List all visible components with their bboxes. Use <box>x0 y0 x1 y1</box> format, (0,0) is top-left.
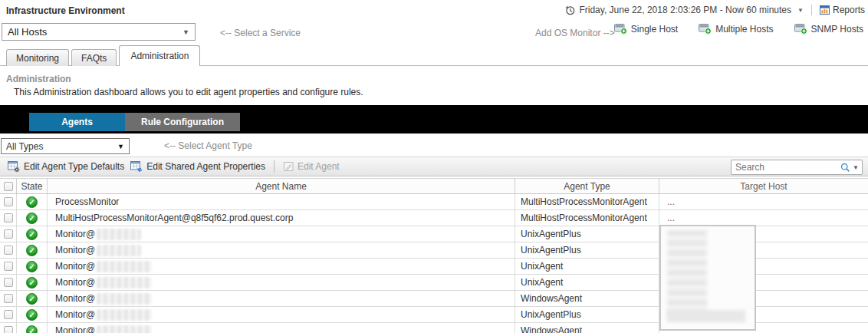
redacted-text <box>97 261 152 272</box>
agent-type: MultiHostProcessMonitorAgent <box>521 213 647 223</box>
agents-toolbar: Edit Agent Type Defaults Edit Shared Age… <box>0 157 868 176</box>
tab-faqts[interactable]: FAQts <box>71 49 117 66</box>
row-check-cell <box>0 226 17 242</box>
single-host-label: Single Host <box>631 24 678 35</box>
reports-button[interactable]: Reports <box>820 5 865 15</box>
infrastructure-environment-dashboard: Infrastructure Environment Friday, June … <box>0 0 868 333</box>
pencil-icon <box>283 161 294 172</box>
row-check-cell <box>0 291 17 306</box>
select-agent-type-hint: <-- Select Agent Type <box>164 140 252 151</box>
search-icon[interactable] <box>840 163 850 173</box>
row-name-cell: Monitor@ <box>48 242 515 258</box>
row-checkbox[interactable] <box>4 229 13 239</box>
edit-shared-agent-properties-label: Edit Shared Agent Properties <box>146 161 265 172</box>
chevron-down-icon: ▼ <box>182 28 189 36</box>
row-state-cell <box>17 291 48 306</box>
add-host-icon <box>614 23 627 35</box>
select-all-checkbox[interactable] <box>4 182 13 191</box>
clock-icon <box>565 5 575 15</box>
col-state[interactable]: State <box>17 179 48 193</box>
select-service-hint: <-- Select a Service <box>220 28 301 38</box>
row-check-cell <box>0 259 17 274</box>
agent-type: UnixAgent <box>521 277 563 288</box>
status-ok-icon <box>26 196 38 208</box>
row-type-cell: UnixAgentPlus <box>515 242 659 258</box>
tab-administration-label: Administration <box>130 51 189 61</box>
row-checkbox[interactable] <box>4 278 13 287</box>
edit-shared-agent-properties-button[interactable]: Edit Shared Agent Properties <box>127 160 268 174</box>
row-name-cell: Monitor@ <box>48 275 515 290</box>
status-ok-icon <box>26 213 38 224</box>
subtab-bar: Agents Rule Configuration <box>0 105 868 134</box>
agent-name: Monitor@ <box>55 277 95 288</box>
edit-agent-type-defaults-button[interactable]: Edit Agent Type Defaults <box>5 160 127 174</box>
header-divider <box>811 5 812 15</box>
table-gear-icon <box>8 161 21 173</box>
row-name-cell: Monitor@ <box>48 307 515 322</box>
edit-agent-button[interactable]: Edit Agent <box>280 160 343 173</box>
subtab-rule-configuration[interactable]: Rule Configuration <box>125 113 240 131</box>
agent-name: MultiHostProcessMonitorAgent@q8f5qf62.pr… <box>55 213 293 223</box>
search-box: ▼ <box>731 160 863 175</box>
row-type-cell: UnixAgentPlus <box>515 307 659 322</box>
col-agent-type[interactable]: Agent Type <box>515 179 659 193</box>
table-row[interactable]: ProcessMonitor MultiHostProcessMonitorAg… <box>0 194 868 210</box>
table-row[interactable]: MultiHostProcessMonitorAgent@q8f5qf62.pr… <box>0 210 868 226</box>
agent-name: ProcessMonitor <box>55 196 119 207</box>
target-host-redaction-patch <box>659 225 756 331</box>
agent-type: UnixAgentPlus <box>521 309 581 320</box>
agent-type: WindowsAgent <box>521 325 582 333</box>
single-host-button[interactable]: Single Host <box>614 23 678 35</box>
row-checkbox[interactable] <box>4 262 13 271</box>
agent-type-select[interactable]: All Types ▼ <box>1 138 130 154</box>
tab-administration[interactable]: Administration <box>119 45 200 66</box>
row-name-cell: Monitor@ <box>48 226 515 242</box>
row-type-cell: UnixAgent <box>515 259 659 274</box>
col-target-host[interactable]: Target Host <box>659 179 868 193</box>
row-state-cell <box>17 242 48 258</box>
row-state-cell <box>17 307 48 322</box>
redacted-text <box>97 309 152 321</box>
row-checkbox[interactable] <box>4 294 13 303</box>
status-ok-icon <box>26 245 38 256</box>
snmp-hosts-button[interactable]: SNMP Hosts <box>794 23 863 35</box>
row-checkbox[interactable] <box>4 310 13 319</box>
redacted-text <box>97 277 152 288</box>
agent-name: Monitor@ <box>55 293 95 304</box>
service-select-value: All Hosts <box>8 26 47 38</box>
subtab-agents[interactable]: Agents <box>29 113 125 131</box>
tab-monitoring[interactable]: Monitoring <box>6 49 69 66</box>
agent-type: UnixAgent <box>521 261 563 272</box>
add-os-monitor-hint: Add OS Monitor --> <box>535 28 615 38</box>
multiple-hosts-button[interactable]: Multiple Hosts <box>699 23 773 35</box>
add-host-actions: Single Host Multiple Hosts SNMP Hosts <box>614 23 863 35</box>
time-range-control[interactable]: Friday, June 22, 2018 2:03:26 PM - Now 6… <box>565 5 865 15</box>
row-checkbox[interactable] <box>4 197 13 206</box>
row-state-cell <box>17 226 48 242</box>
col-agent-name[interactable]: Agent Name <box>48 179 515 193</box>
search-options-caret-icon[interactable]: ▼ <box>853 164 859 171</box>
redacted-text <box>97 293 152 305</box>
row-checkbox[interactable] <box>4 326 13 333</box>
page-title: Infrastructure Environment <box>6 5 125 16</box>
tab-monitoring-label: Monitoring <box>16 53 59 64</box>
row-checkbox[interactable] <box>4 213 13 223</box>
status-ok-icon <box>26 325 38 333</box>
row-name-cell: Monitor@ <box>48 259 515 274</box>
tab-faqts-label: FAQts <box>81 53 107 64</box>
row-type-cell: WindowsAgent <box>515 323 659 333</box>
row-type-cell: UnixAgent <box>515 275 659 290</box>
time-range-caret-icon: ▼ <box>797 7 804 14</box>
edit-agent-type-defaults-label: Edit Agent Type Defaults <box>24 161 124 172</box>
row-check-cell <box>0 210 17 226</box>
row-host-cell: ... <box>659 210 868 226</box>
agent-type-select-value: All Types <box>6 141 43 152</box>
row-checkbox[interactable] <box>4 246 13 255</box>
row-name-cell: MultiHostProcessMonitorAgent@q8f5qf62.pr… <box>48 210 515 226</box>
agent-type: WindowsAgent <box>521 293 582 304</box>
section-heading: Administration <box>6 74 71 84</box>
service-select[interactable]: All Hosts ▼ <box>2 23 196 41</box>
search-input[interactable] <box>732 162 840 173</box>
main-tabs: Monitoring FAQts Administration <box>6 45 202 66</box>
redacted-text <box>667 310 745 322</box>
